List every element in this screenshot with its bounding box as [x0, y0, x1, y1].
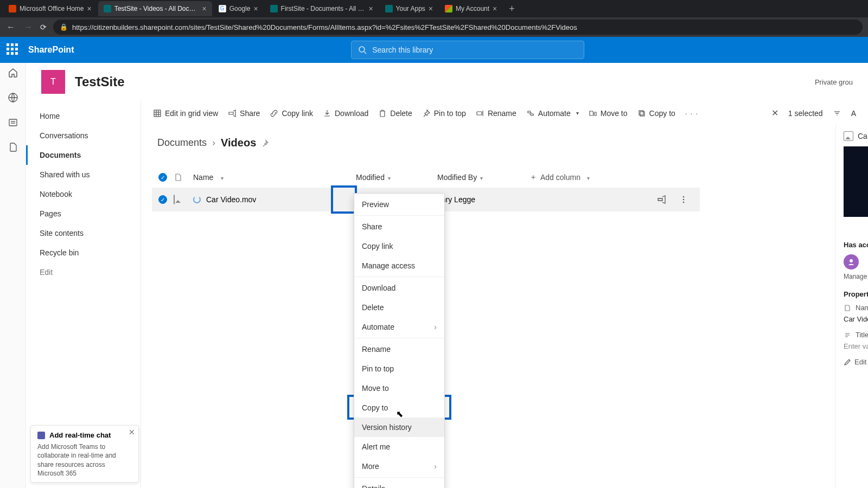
close-icon[interactable]: × — [368, 5, 373, 12]
home-icon[interactable] — [8, 67, 18, 78]
ctx-version-history[interactable]: Version history — [354, 418, 444, 437]
browser-tab[interactable]: Google × — [213, 1, 264, 16]
url-text: https://citizenbuilders.sharepoint.com/s… — [72, 23, 577, 31]
nav-pages[interactable]: Pages — [26, 204, 141, 223]
cmd-rename[interactable]: Rename — [476, 109, 516, 118]
prop-name-value[interactable]: Car Vide — [844, 315, 868, 323]
ctx-moveto[interactable]: Move to — [354, 378, 444, 398]
share-icon[interactable] — [656, 195, 666, 204]
reload-icon[interactable]: ⟳ — [40, 23, 47, 31]
row-checkbox[interactable]: ✓ — [158, 195, 167, 204]
cmd-pintotop[interactable]: Pin to top — [422, 109, 466, 118]
ctx-copylink[interactable]: Copy link — [354, 236, 444, 256]
nav-site-contents[interactable]: Site contents — [26, 223, 141, 243]
clear-selection-icon[interactable]: ✕ — [771, 108, 778, 118]
grid-icon — [153, 109, 162, 118]
ctx-alert-me[interactable]: Alert me — [354, 437, 444, 457]
tab-title: FirstSite - Documents - All Docu — [281, 5, 366, 12]
video-thumbnail[interactable] — [844, 146, 868, 217]
search-text[interactable] — [372, 46, 577, 54]
cmd-download[interactable]: Download — [323, 109, 368, 118]
row-more-button[interactable] — [675, 191, 692, 208]
manage-access-link[interactable]: Manage ac — [844, 273, 868, 280]
col-name-header[interactable]: Name — [193, 173, 213, 182]
cmd-copyto[interactable]: Copy to — [637, 109, 675, 118]
new-tab-button[interactable]: + — [503, 3, 520, 15]
cmd-label: Copy link — [282, 109, 313, 118]
chevron-down-icon[interactable] — [477, 173, 483, 182]
browser-tab[interactable]: Microsoft Office Home × — [3, 1, 97, 16]
ctx-pintotop[interactable]: Pin to top — [354, 359, 444, 378]
plus-icon: ＋ — [529, 172, 537, 182]
product-label[interactable]: SharePoint — [28, 45, 74, 55]
close-icon[interactable]: × — [202, 5, 206, 12]
cmd-label: Edit in grid view — [165, 109, 218, 118]
sharepoint-icon — [270, 5, 278, 12]
forward-icon[interactable]: → — [23, 22, 34, 32]
close-icon[interactable]: ✕ — [129, 428, 135, 436]
pin-icon[interactable] — [261, 139, 269, 147]
breadcrumb-root[interactable]: Documents — [157, 137, 207, 149]
close-icon[interactable]: × — [429, 5, 433, 12]
browser-tab[interactable]: FirstSite - Documents - All Docu × — [265, 1, 379, 16]
nav-conversations[interactable]: Conversations — [26, 126, 141, 145]
ctx-more[interactable]: More — [354, 457, 444, 476]
type-icon-header[interactable] — [174, 173, 193, 182]
nav-shared-with-us[interactable]: Shared with us — [26, 165, 141, 184]
select-all-check[interactable]: ✓ — [158, 173, 167, 182]
browser-tab[interactable]: Your Apps × — [380, 1, 438, 16]
nav-documents[interactable]: Documents — [26, 145, 141, 165]
close-icon[interactable]: × — [493, 5, 497, 12]
nav-notebook[interactable]: Notebook — [26, 184, 141, 204]
ctx-manage-access[interactable]: Manage access — [354, 256, 444, 275]
nav-recycle-bin[interactable]: Recycle bin — [26, 243, 141, 262]
svg-point-21 — [850, 259, 853, 262]
ctx-preview[interactable]: Preview — [354, 195, 444, 214]
cmd-automate[interactable]: Automate — [526, 109, 579, 118]
edit-all-link[interactable]: Edit a — [844, 358, 868, 366]
add-column-button[interactable]: ＋Add column — [529, 172, 590, 182]
app-launcher-icon[interactable] — [7, 43, 20, 56]
close-icon[interactable]: × — [87, 5, 91, 12]
prop-title-placeholder[interactable]: Enter val — [844, 342, 868, 350]
file-name[interactable]: Car Video.mov — [206, 195, 256, 204]
filters-icon[interactable] — [833, 109, 841, 118]
cmd-moveto[interactable]: Move to — [589, 109, 628, 118]
selection-count: 1 selected — [788, 109, 823, 118]
ctx-rename[interactable]: Rename — [354, 339, 444, 359]
cmd-copylink[interactable]: Copy link — [270, 109, 313, 118]
browser-tab-active[interactable]: TestSite - Videos - All Documents × — [98, 1, 212, 16]
files-icon[interactable] — [8, 142, 18, 153]
cmd-more[interactable]: · · · — [685, 109, 698, 118]
file-icon — [844, 304, 851, 312]
chevron-down-icon[interactable] — [385, 173, 391, 182]
url-field[interactable]: 🔒 https://citizenbuilders.sharepoint.com… — [53, 20, 863, 35]
ctx-details[interactable]: Details — [354, 479, 444, 488]
ctx-automate[interactable]: Automate — [354, 317, 444, 337]
tab-title: Google — [229, 5, 251, 12]
ctx-delete[interactable]: Delete — [354, 298, 444, 317]
chevron-down-icon[interactable] — [218, 173, 224, 182]
ctx-share[interactable]: Share — [354, 217, 444, 236]
view-hint[interactable]: A — [851, 109, 856, 118]
nav-home[interactable]: Home — [26, 106, 141, 126]
back-icon[interactable]: ← — [5, 22, 16, 32]
cmd-delete[interactable]: Delete — [378, 109, 412, 118]
search-input[interactable] — [351, 41, 584, 59]
avatar[interactable] — [844, 254, 859, 269]
cmd-edit-grid[interactable]: Edit in grid view — [153, 109, 218, 118]
col-modified-header[interactable]: Modified — [356, 173, 385, 182]
separator — [354, 477, 444, 478]
col-modifiedby-header[interactable]: Modified By — [437, 173, 477, 182]
share-icon — [228, 109, 237, 118]
globe-icon[interactable] — [8, 92, 18, 103]
news-icon[interactable] — [8, 117, 18, 128]
browser-tab[interactable]: My Account × — [439, 1, 502, 16]
ctx-copyto[interactable]: Copy to — [354, 398, 444, 418]
ctx-download[interactable]: Download — [354, 278, 444, 298]
site-title[interactable]: TestSite — [75, 74, 125, 89]
nav-edit[interactable]: Edit — [26, 262, 141, 282]
close-icon[interactable]: × — [253, 5, 258, 12]
site-logo[interactable]: T — [41, 70, 65, 94]
cmd-share[interactable]: Share — [228, 109, 260, 118]
